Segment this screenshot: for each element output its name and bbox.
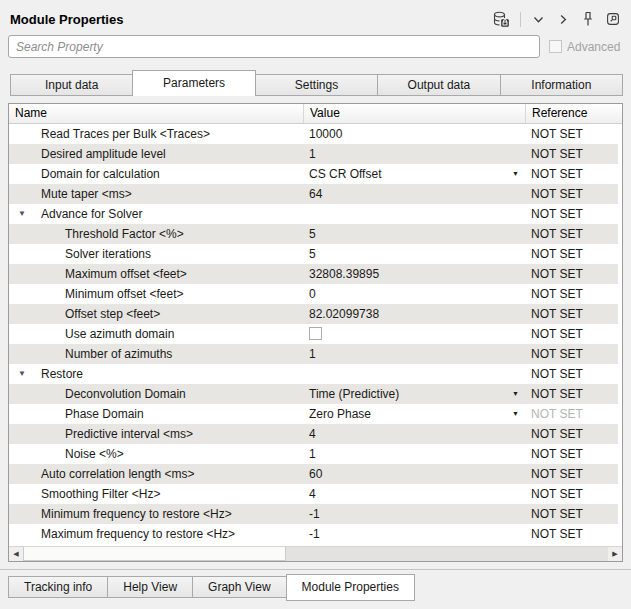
property-value-cell[interactable]: 60 (303, 464, 525, 484)
scroll-left-arrow-icon[interactable]: ◀ (9, 547, 23, 561)
scrollbar-track[interactable] (286, 547, 608, 561)
table-row-restore[interactable]: ▼RestoreNOT SET (9, 364, 618, 384)
property-reference[interactable]: NOT SET (525, 444, 618, 464)
pin-icon[interactable] (581, 11, 595, 27)
property-value-cell[interactable]: 1 (303, 444, 525, 464)
table-row-desired-amplitude-level[interactable]: Desired amplitude level1NOT SET (9, 144, 618, 164)
property-value-cell[interactable]: -1 (303, 524, 525, 544)
advanced-checkbox[interactable] (549, 40, 562, 53)
table-row-predictive-interval-ms[interactable]: Predictive interval <ms>4NOT SET (9, 424, 618, 444)
dropdown-arrow-icon[interactable]: ▼ (512, 164, 519, 184)
property-reference[interactable]: NOT SET (525, 204, 618, 224)
tab-parameters[interactable]: Parameters (132, 70, 255, 96)
property-reference[interactable]: NOT SET (525, 384, 618, 404)
property-value-cell[interactable] (303, 364, 525, 384)
bottom-tab-graph-view[interactable]: Graph View (192, 576, 286, 598)
table-row-noise[interactable]: Noise <%>1NOT SET (9, 444, 618, 464)
table-row-phase-domain[interactable]: Phase DomainZero Phase▼NOT SET (9, 404, 618, 424)
dropdown-arrow-icon[interactable]: ▼ (512, 404, 519, 424)
tab-settings[interactable]: Settings (255, 74, 378, 95)
property-name: Maximum offset <feet> (65, 264, 187, 284)
property-reference[interactable]: NOT SET (525, 184, 618, 204)
property-value-cell[interactable]: 5 (303, 244, 525, 264)
property-reference[interactable]: NOT SET (525, 324, 618, 344)
property-value-cell[interactable]: -1 (303, 504, 525, 524)
property-reference[interactable]: NOT SET (525, 484, 618, 504)
tab-output-data[interactable]: Output data (377, 74, 500, 95)
bottom-tab-module-properties[interactable]: Module Properties (286, 574, 415, 601)
column-header-name[interactable]: Name (9, 104, 303, 123)
float-window-icon[interactable] (605, 11, 621, 27)
search-input[interactable] (8, 35, 540, 58)
column-header-value[interactable]: Value (303, 104, 525, 123)
property-value-cell[interactable]: 32808.39895 (303, 264, 525, 284)
property-reference[interactable]: NOT SET (525, 504, 618, 524)
property-reference[interactable]: NOT SET (525, 124, 618, 144)
property-name-cell: Use azimuth domain (9, 324, 303, 344)
table-row-read-traces-per-bulk-traces[interactable]: Read Traces per Bulk <Traces>10000NOT SE… (9, 124, 618, 144)
property-reference[interactable]: NOT SET (525, 264, 618, 284)
property-value-cell[interactable]: 82.02099738 (303, 304, 525, 324)
property-value-cell[interactable] (303, 324, 525, 344)
property-name: Read Traces per Bulk <Traces> (41, 124, 210, 144)
property-name-cell: Number of azimuths (9, 344, 303, 364)
table-row-mute-taper-ms[interactable]: Mute taper <ms>64NOT SET (9, 184, 618, 204)
bottom-tab-tracking-info[interactable]: Tracking info (8, 576, 108, 598)
column-header-reference[interactable]: Reference (525, 104, 618, 123)
expander-down-icon[interactable]: ▼ (18, 204, 32, 224)
property-value: 1 (309, 347, 316, 361)
scrollbar-thumb[interactable] (23, 547, 286, 561)
property-reference[interactable]: NOT SET (525, 404, 618, 424)
bottom-tab-help-view[interactable]: Help View (107, 576, 193, 598)
table-row-use-azimuth-domain[interactable]: Use azimuth domainNOT SET (9, 324, 618, 344)
property-value-cell[interactable]: CS CR Offset▼ (303, 164, 525, 184)
property-reference[interactable]: NOT SET (525, 524, 618, 544)
property-value-cell[interactable]: 5 (303, 224, 525, 244)
property-reference[interactable]: NOT SET (525, 224, 618, 244)
table-row-advance-for-solver[interactable]: ▼Advance for SolverNOT SET (9, 204, 618, 224)
property-name-cell: Smoothing Filter <Hz> (9, 484, 303, 504)
property-reference[interactable]: NOT SET (525, 284, 618, 304)
property-value-cell[interactable]: Zero Phase▼ (303, 404, 525, 424)
tab-information[interactable]: Information (500, 74, 623, 95)
table-row-number-of-azimuths[interactable]: Number of azimuths1NOT SET (9, 344, 618, 364)
property-reference[interactable]: NOT SET (525, 344, 618, 364)
scroll-right-arrow-icon[interactable]: ▶ (608, 547, 622, 561)
table-row-threshold-factor[interactable]: Threshold Factor <%>5NOT SET (9, 224, 618, 244)
table-row-smoothing-filter-hz[interactable]: Smoothing Filter <Hz>4NOT SET (9, 484, 618, 504)
property-value-cell[interactable]: Time (Predictive)▼ (303, 384, 525, 404)
property-name-cell: Deconvolution Domain (9, 384, 303, 404)
property-value-cell[interactable]: 10000 (303, 124, 525, 144)
database-lock-icon[interactable] (492, 11, 510, 28)
property-value-cell[interactable]: 4 (303, 424, 525, 444)
tab-input-data[interactable]: Input data (10, 74, 133, 95)
value-checkbox[interactable] (309, 327, 322, 340)
table-row-domain-for-calculation[interactable]: Domain for calculationCS CR Offset▼NOT S… (9, 164, 618, 184)
property-value-cell[interactable]: 1 (303, 344, 525, 364)
property-value-cell[interactable]: 0 (303, 284, 525, 304)
table-row-solver-iterations[interactable]: Solver iterations5NOT SET (9, 244, 618, 264)
property-reference[interactable]: NOT SET (525, 364, 618, 384)
table-row-maximum-frequency-to-restore-hz[interactable]: Maximum frequency to restore <Hz>-1NOT S… (9, 524, 618, 544)
property-reference[interactable]: NOT SET (525, 464, 618, 484)
table-row-minimum-offset-feet[interactable]: Minimum offset <feet>0NOT SET (9, 284, 618, 304)
table-row-offset-step-feet[interactable]: Offset step <feet>82.02099738NOT SET (9, 304, 618, 324)
property-value-cell[interactable] (303, 204, 525, 224)
table-row-auto-correlation-length-ms[interactable]: Auto correlation length <ms>60NOT SET (9, 464, 618, 484)
dropdown-arrow-icon[interactable]: ▼ (512, 384, 519, 404)
expander-down-icon[interactable]: ▼ (18, 364, 32, 384)
property-value-cell[interactable]: 1 (303, 144, 525, 164)
chevron-right-icon[interactable] (556, 12, 571, 27)
property-reference[interactable]: NOT SET (525, 244, 618, 264)
chevron-down-icon[interactable] (531, 12, 546, 27)
table-row-deconvolution-domain[interactable]: Deconvolution DomainTime (Predictive)▼NO… (9, 384, 618, 404)
property-reference[interactable]: NOT SET (525, 304, 618, 324)
property-reference[interactable]: NOT SET (525, 164, 618, 184)
table-row-minimum-frequency-to-restore-hz[interactable]: Minimum frequency to restore <Hz>-1NOT S… (9, 504, 618, 524)
table-row-maximum-offset-feet[interactable]: Maximum offset <feet>32808.39895NOT SET (9, 264, 618, 284)
property-value-cell[interactable]: 4 (303, 484, 525, 504)
property-reference[interactable]: NOT SET (525, 424, 618, 444)
property-name-cell: Auto correlation length <ms> (9, 464, 303, 484)
property-reference[interactable]: NOT SET (525, 144, 618, 164)
property-value-cell[interactable]: 64 (303, 184, 525, 204)
